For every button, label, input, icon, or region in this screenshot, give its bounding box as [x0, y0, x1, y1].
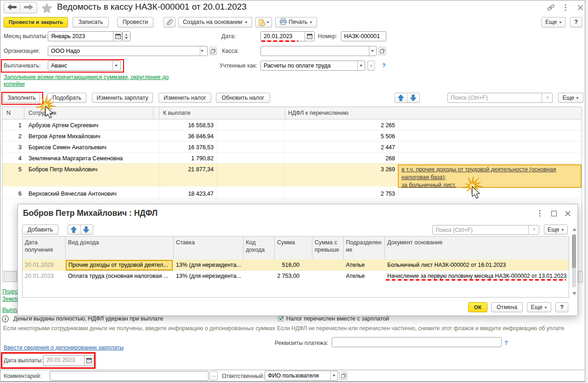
svg-text:i: i — [5, 316, 6, 321]
